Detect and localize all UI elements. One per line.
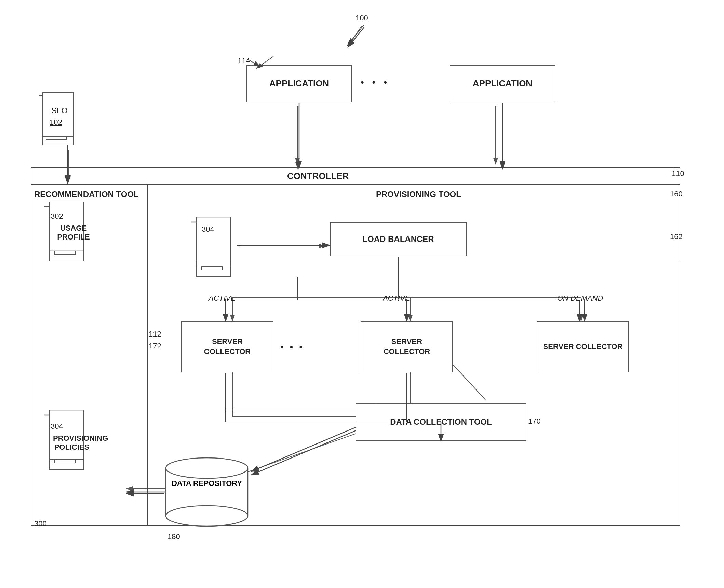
svg-rect-49 (55, 460, 75, 463)
application-box-1: APPLICATION (246, 65, 352, 102)
slo-ref: 102 (50, 118, 62, 127)
data-repo-ref: 180 (167, 532, 180, 541)
server-collector-1: SERVERCOLLECTOR (181, 321, 273, 372)
rec-tool-ref: 300 (34, 519, 47, 528)
scheduler-doc-ref: 304 (202, 225, 214, 234)
server-collector-3: SERVER COLLECTOR (537, 321, 629, 372)
controller-ref: 110 (672, 169, 684, 178)
prov-tool-ref: 160 (670, 190, 683, 199)
recommendation-tool-label: RECOMMENDATION TOOL (34, 190, 139, 199)
load-balancer-box: LOAD BALANCER (330, 222, 467, 256)
prov-policies-ref: 304 (51, 422, 63, 431)
svg-line-25 (348, 27, 364, 47)
sc1-ref1: 112 (149, 330, 161, 339)
vertical-divider (147, 184, 148, 526)
load-balancer-ref: 162 (670, 232, 683, 241)
controller-divider (31, 184, 680, 185)
application-box-2: APPLICATION (450, 65, 555, 102)
controller-label: CONTROLLER (287, 171, 349, 181)
svg-line-2 (349, 26, 362, 44)
sc1-ref2: 172 (149, 342, 161, 351)
provisioning-tool-label: PROVISIONING TOOL (376, 190, 461, 199)
active-label-2: ACTIVE (383, 294, 410, 303)
svg-point-47 (166, 506, 248, 526)
usage-profile-label: USAGEPROFILE (56, 224, 91, 242)
svg-point-46 (166, 458, 248, 478)
svg-rect-48 (55, 251, 75, 255)
on-demand-label: ON DEMAND (557, 294, 603, 303)
sc-dots: • • • (280, 342, 304, 353)
app-dots: • • • (361, 77, 390, 88)
app-ref: 114 (238, 56, 250, 65)
active-label-1: ACTIVE (209, 294, 236, 303)
data-repository: DATA REPOSITORY (164, 454, 250, 530)
ref-100: 100 (356, 14, 368, 23)
data-collection-ref: 170 (528, 417, 541, 426)
provisioning-policies-label: PROVISIONINGPOLICIES (53, 434, 91, 452)
svg-rect-50 (202, 266, 222, 270)
data-collection-tool: DATA COLLECTION TOOL (356, 403, 526, 441)
data-repository-label: DATA REPOSITORY (164, 478, 250, 489)
svg-line-54 (347, 25, 364, 46)
svg-rect-44 (46, 137, 67, 139)
slo-label: SLO (51, 106, 68, 115)
diagram-container: 100 SLO 102 APPLICATION 114 • • • APPLIC… (0, 0, 724, 588)
usage-profile-ref: 302 (51, 212, 63, 221)
server-collector-2: SERVERCOLLECTOR (361, 321, 453, 372)
